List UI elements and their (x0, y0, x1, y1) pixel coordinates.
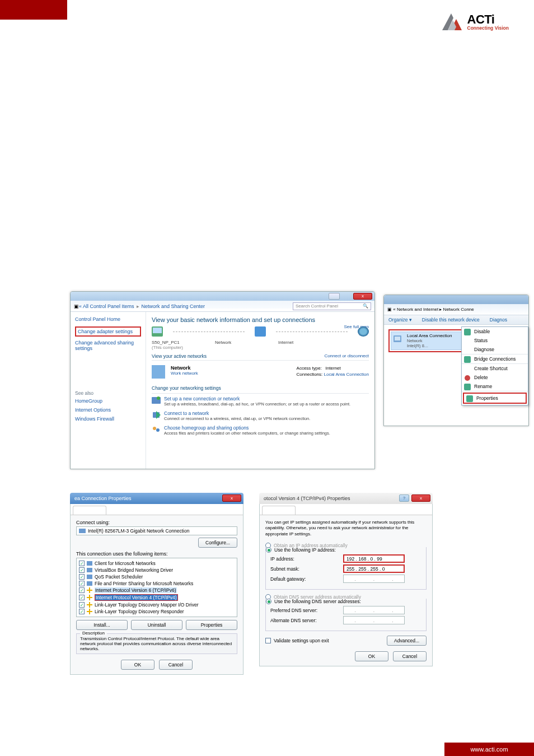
checkbox-icon[interactable]: ✓ (79, 602, 85, 608)
ok-button[interactable]: OK (355, 651, 388, 661)
ctx-properties[interactable]: Properties (464, 394, 526, 403)
connect-disconnect-link[interactable]: Connect or disconnect (324, 353, 369, 358)
checkbox-icon[interactable]: ✓ (79, 587, 85, 593)
header-accent (0, 0, 67, 20)
footer-link[interactable]: www.acti.com (444, 743, 534, 756)
ip-address-input[interactable]: 192 . 168 . 0 . 99 (343, 554, 405, 563)
intro-text: You can get IP settings assigned automat… (265, 520, 427, 537)
ipv6-icon (87, 587, 92, 593)
new-connection-desc: Set up a wireless, broadband, dial-up, a… (164, 402, 350, 407)
network-sharing-window: x ▣ « All Control Panel Items ▸ Network … (70, 291, 375, 469)
change-advanced-link[interactable]: Change advanced sharing settings (75, 340, 141, 351)
homegroup-desc: Access files and printers located on oth… (164, 431, 330, 436)
breadcrumb-1[interactable]: « All Control Panel Items (79, 304, 134, 309)
radio-use-ip[interactable] (266, 547, 271, 553)
tab-networking[interactable] (73, 506, 106, 515)
homegroup-link[interactable]: Choose homegroup and sharing options (164, 425, 330, 431)
ctx-delete[interactable]: Delete (462, 373, 528, 382)
connections-label: Connections: (297, 372, 323, 377)
change-adapter-link[interactable]: Change adapter settings (75, 326, 141, 337)
adapter-field: Intel(R) 82567LM-3 Gigabit Network Conne… (76, 526, 237, 535)
disable-device-button[interactable]: Disable this network device (422, 317, 480, 323)
checkbox-icon[interactable]: ✓ (79, 561, 85, 566)
validate-checkbox[interactable] (265, 638, 271, 643)
ctx-bridge[interactable]: Bridge Connections (462, 354, 528, 364)
ctx-diagnose[interactable]: Diagnose (462, 345, 528, 354)
ctx-shortcut[interactable]: Create Shortcut (462, 364, 528, 373)
list-item: ✓Internet Protocol Version 4 (TCP/IPv4) (79, 594, 235, 601)
logo-main-text: ACTi (467, 13, 509, 26)
checkbox-icon[interactable]: ✓ (79, 595, 85, 600)
ctx-disable[interactable]: Disable (462, 327, 528, 336)
ok-button[interactable]: OK (121, 660, 154, 670)
see-also-label: See also (75, 390, 141, 396)
cancel-button[interactable]: Cancel (393, 651, 427, 661)
dialog-titlebar: ea Connection Properties x (70, 493, 243, 504)
brand-logo: ACTi Connecting Vision (441, 11, 509, 32)
network-type-link[interactable]: Work network (171, 371, 198, 376)
internet-label: Internet (278, 340, 331, 350)
windows-firewall-link[interactable]: Windows Firewall (75, 416, 141, 422)
dialog-close-button[interactable]: x (411, 494, 430, 502)
window-titlebar (384, 295, 528, 304)
subnet-mask-label: Subnet mask: (270, 566, 343, 572)
homegroup-link[interactable]: HomeGroup (75, 398, 141, 404)
network-label: Network (215, 340, 268, 350)
organize-button[interactable]: Organize ▾ (388, 317, 412, 323)
configure-button[interactable]: Configure... (198, 538, 237, 548)
subnet-mask-input[interactable]: 255 . 255 . 255 . 0 (343, 564, 405, 573)
new-connection-icon (152, 396, 161, 405)
main-header: View your basic network information and … (152, 316, 369, 323)
radio-use-dns[interactable] (266, 599, 271, 604)
list-item: ✓Internet Protocol Version 6 (TCP/IPv6) (79, 587, 235, 594)
properties-button[interactable]: Properties (186, 620, 237, 630)
connection-item[interactable]: Local Area Connection Network Intel(R) 8… (391, 332, 463, 350)
ctx-rename[interactable]: Rename (462, 382, 528, 391)
window-close-button[interactable]: x (353, 293, 372, 300)
dialog-title: ea Connection Properties (74, 496, 132, 501)
connection-properties-dialog: ea Connection Properties x Connect using… (70, 493, 243, 675)
checkbox-icon[interactable]: ✓ (79, 609, 85, 614)
connection-icon (392, 333, 405, 347)
homegroup-icon (152, 425, 161, 434)
new-connection-link[interactable]: Set up a new connection or network (164, 396, 350, 402)
checkbox-icon[interactable]: ✓ (79, 581, 85, 586)
svg-rect-13 (464, 384, 471, 390)
svg-point-12 (465, 375, 470, 381)
uninstall-button[interactable]: Uninstall (131, 620, 182, 630)
pc-label: S50_NP_PC1 (152, 340, 180, 345)
pc-icon (152, 326, 163, 337)
cancel-button[interactable]: Cancel (159, 660, 193, 670)
change-networking-label: Change your networking settings (152, 385, 369, 391)
dialog-help-button[interactable]: ? (399, 494, 409, 502)
tab-general[interactable] (262, 506, 296, 515)
install-button[interactable]: Install... (76, 620, 128, 630)
dialog-title: otocol Version 4 (TCP/IPv4) Properties (264, 496, 350, 501)
dialog-close-button[interactable]: x (222, 494, 241, 502)
advanced-button[interactable]: Advanced... (387, 636, 427, 646)
connect-using-label: Connect using: (76, 520, 237, 525)
alternate-dns-input[interactable]: ... (343, 616, 405, 624)
window-max-button[interactable] (329, 293, 340, 300)
network-thumb-icon (152, 365, 165, 379)
window-titlebar: x (71, 292, 374, 301)
network-connections-window: ▣ « Network and Internet ▸ Network Conne… (383, 295, 529, 426)
breadcrumb-2[interactable]: Network and Sharing Center (142, 304, 205, 309)
search-input[interactable]: Search Control Panel🔍 (293, 302, 371, 310)
connections-link[interactable]: Local Area Connection (324, 372, 369, 377)
checkbox-icon[interactable]: ✓ (79, 567, 85, 573)
nc-breadcrumb[interactable]: « Network and Internet ▸ Network Conne (393, 307, 474, 312)
control-panel-home-link[interactable]: Control Panel Home (75, 316, 141, 322)
diagnose-button[interactable]: Diagnos (490, 317, 507, 323)
checkbox-icon[interactable]: ✓ (79, 574, 85, 580)
preferred-dns-input[interactable]: ... (343, 606, 405, 614)
ctx-status[interactable]: Status (462, 336, 528, 345)
internet-options-link[interactable]: Internet Options (75, 407, 141, 413)
connect-network-link[interactable]: Connect to a network (164, 410, 310, 416)
gateway-input[interactable]: ... (343, 575, 405, 583)
ipv4-icon (87, 595, 92, 600)
internet-icon (358, 326, 369, 337)
view-active-networks-label: View your active networks (152, 353, 207, 359)
ipv4-properties-dialog: otocol Version 4 (TCP/IPv4) Properties ?… (259, 493, 433, 675)
items-list[interactable]: ✓Client for Microsoft Networks ✓VirtualB… (76, 558, 237, 617)
